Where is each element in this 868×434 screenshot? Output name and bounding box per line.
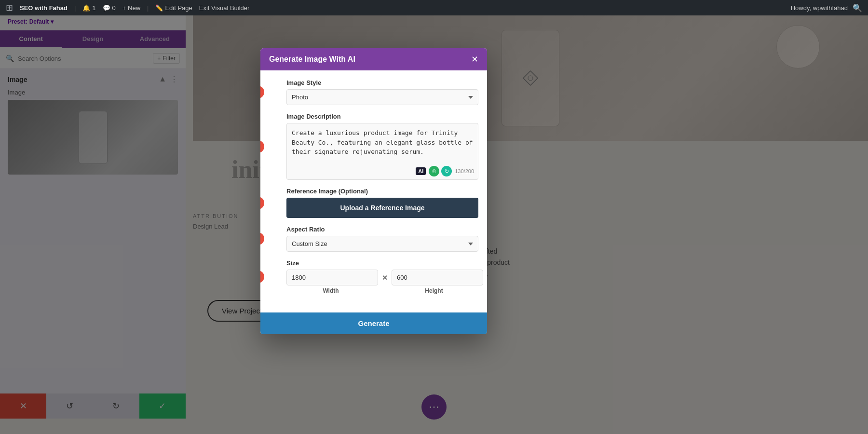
textarea-icons: © ↻ <box>429 166 452 176</box>
pencil-icon: ✏️ <box>155 4 163 12</box>
textarea-footer: AI © ↻ 130/200 <box>287 164 478 179</box>
wp-logo-icon: ⊞ <box>6 2 13 13</box>
modal-title: Generate Image With AI <box>269 55 355 64</box>
edit-page-item[interactable]: ✏️ Edit Page <box>155 4 192 12</box>
step-1-badge: 1 <box>260 86 264 98</box>
step-4-row: 4 Aspect Ratio Custom Size 1:1 16:9 4:3 … <box>269 226 478 252</box>
size-x-separator: ✕ <box>382 274 388 282</box>
reference-image-label: Reference Image (Optional) <box>286 188 478 195</box>
step-5-row: 5 Size ✕ Width Height <box>269 259 478 294</box>
step-3-badge: 3 <box>260 197 264 209</box>
search-icon[interactable]: 🔍 <box>853 3 862 13</box>
comment-item[interactable]: 💬 0 <box>103 4 116 12</box>
generate-button[interactable]: Generate <box>260 312 487 334</box>
size-row: ✕ <box>286 270 478 285</box>
comment-count: 0 <box>112 4 116 12</box>
image-style-label: Image Style <box>286 79 478 86</box>
site-name[interactable]: SEO with Fahad <box>20 4 68 12</box>
aspect-ratio-select[interactable]: Custom Size 1:1 16:9 4:3 3:2 2:3 <box>286 236 478 252</box>
upload-reference-button[interactable]: Upload a Reference Image <box>286 198 478 218</box>
notification-item[interactable]: 🔔 1 <box>82 4 95 12</box>
generate-label: Generate <box>358 319 389 327</box>
new-item[interactable]: + New <box>122 4 140 12</box>
height-input[interactable] <box>392 270 483 285</box>
generate-image-modal: Generate Image With AI ✕ 1 Image Style P… <box>260 48 487 334</box>
size-label: Size <box>286 259 478 267</box>
modal-close-button[interactable]: ✕ <box>471 55 478 64</box>
height-label: Height <box>390 287 478 294</box>
upload-ref-label: Upload a Reference Image <box>340 204 424 212</box>
modal-header: Generate Image With AI ✕ <box>260 48 487 70</box>
comment-icon: 💬 <box>103 4 110 12</box>
width-label: Width <box>286 287 375 294</box>
step-2-badge: 2 <box>260 140 264 153</box>
step-3-row: 3 Reference Image (Optional) Upload a Re… <box>269 188 478 218</box>
refresh-icon[interactable]: ↻ <box>441 166 452 176</box>
step-4-badge: 4 <box>260 232 264 245</box>
howdy-text: Howdy, wpwithfahad <box>791 4 848 12</box>
notification-count: 1 <box>92 4 95 12</box>
exit-builder-item[interactable]: Exit Visual Builder <box>199 4 250 12</box>
step-2-row: 2 Image Description Create a luxurious p… <box>269 113 478 180</box>
aspect-ratio-label: Aspect Ratio <box>286 226 478 233</box>
step-1-row: 1 Image Style Photo Illustration Digital… <box>269 79 478 105</box>
bell-icon: 🔔 <box>82 4 90 12</box>
width-input[interactable] <box>286 270 378 285</box>
size-labels: Width Height <box>286 287 478 294</box>
ai-badge: AI <box>416 167 426 175</box>
modal-body: 1 Image Style Photo Illustration Digital… <box>260 70 487 311</box>
image-description-label: Image Description <box>286 113 478 120</box>
admin-bar: ⊞ SEO with Fahad | 🔔 1 💬 0 + New | ✏️ Ed… <box>0 0 868 15</box>
copy-icon[interactable]: © <box>429 166 439 176</box>
char-count: 130/200 <box>455 168 474 174</box>
image-description-textarea[interactable]: Create a luxurious product image for Tri… <box>287 123 478 162</box>
image-style-select[interactable]: Photo Illustration Digital Art Sketch Wa… <box>286 89 478 105</box>
description-wrapper: Create a luxurious product image for Tri… <box>286 123 478 180</box>
step-5-badge: 5 <box>260 271 264 283</box>
